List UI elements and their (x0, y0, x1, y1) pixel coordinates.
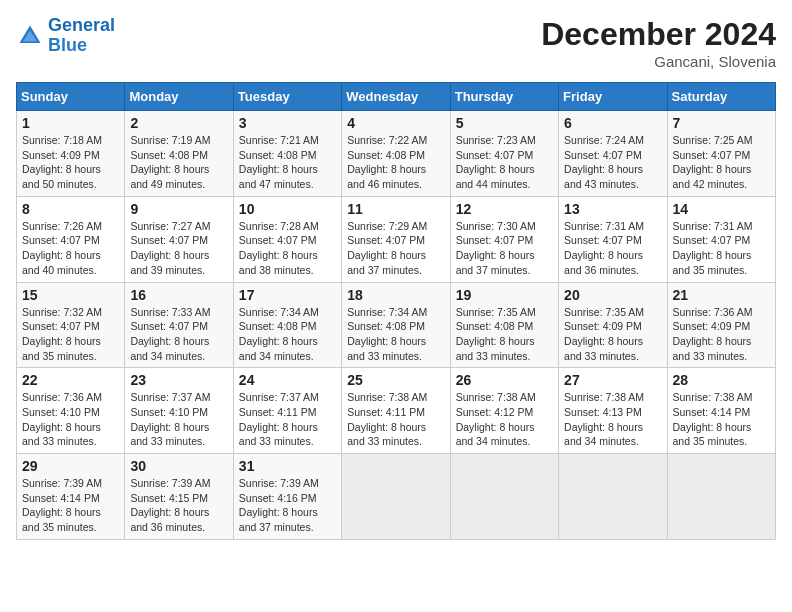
calendar-week-row: 1Sunrise: 7:18 AMSunset: 4:09 PMDaylight… (17, 111, 776, 197)
day-info: Sunrise: 7:21 AMSunset: 4:08 PMDaylight:… (239, 133, 336, 192)
day-number: 7 (673, 115, 770, 131)
day-number: 5 (456, 115, 553, 131)
calendar-day-cell (450, 454, 558, 540)
calendar-day-cell: 27Sunrise: 7:38 AMSunset: 4:13 PMDayligh… (559, 368, 667, 454)
day-number: 3 (239, 115, 336, 131)
weekday-header-cell: Tuesday (233, 83, 341, 111)
calendar-day-cell: 19Sunrise: 7:35 AMSunset: 4:08 PMDayligh… (450, 282, 558, 368)
calendar-day-cell: 25Sunrise: 7:38 AMSunset: 4:11 PMDayligh… (342, 368, 450, 454)
calendar-week-row: 8Sunrise: 7:26 AMSunset: 4:07 PMDaylight… (17, 196, 776, 282)
day-info: Sunrise: 7:34 AMSunset: 4:08 PMDaylight:… (347, 305, 444, 364)
day-number: 23 (130, 372, 227, 388)
day-info: Sunrise: 7:32 AMSunset: 4:07 PMDaylight:… (22, 305, 119, 364)
day-number: 17 (239, 287, 336, 303)
calendar-day-cell: 30Sunrise: 7:39 AMSunset: 4:15 PMDayligh… (125, 454, 233, 540)
weekday-header-cell: Friday (559, 83, 667, 111)
calendar-day-cell (667, 454, 775, 540)
day-number: 21 (673, 287, 770, 303)
day-number: 18 (347, 287, 444, 303)
calendar-day-cell: 8Sunrise: 7:26 AMSunset: 4:07 PMDaylight… (17, 196, 125, 282)
day-number: 9 (130, 201, 227, 217)
calendar-day-cell: 10Sunrise: 7:28 AMSunset: 4:07 PMDayligh… (233, 196, 341, 282)
day-info: Sunrise: 7:23 AMSunset: 4:07 PMDaylight:… (456, 133, 553, 192)
day-info: Sunrise: 7:26 AMSunset: 4:07 PMDaylight:… (22, 219, 119, 278)
day-number: 30 (130, 458, 227, 474)
calendar-week-row: 15Sunrise: 7:32 AMSunset: 4:07 PMDayligh… (17, 282, 776, 368)
page-header: General Blue December 2024 Gancani, Slov… (16, 16, 776, 70)
day-info: Sunrise: 7:37 AMSunset: 4:11 PMDaylight:… (239, 390, 336, 449)
calendar-day-cell: 26Sunrise: 7:38 AMSunset: 4:12 PMDayligh… (450, 368, 558, 454)
calendar-day-cell: 17Sunrise: 7:34 AMSunset: 4:08 PMDayligh… (233, 282, 341, 368)
day-info: Sunrise: 7:31 AMSunset: 4:07 PMDaylight:… (673, 219, 770, 278)
day-number: 12 (456, 201, 553, 217)
day-number: 24 (239, 372, 336, 388)
day-number: 1 (22, 115, 119, 131)
day-info: Sunrise: 7:34 AMSunset: 4:08 PMDaylight:… (239, 305, 336, 364)
day-info: Sunrise: 7:24 AMSunset: 4:07 PMDaylight:… (564, 133, 661, 192)
calendar-day-cell: 21Sunrise: 7:36 AMSunset: 4:09 PMDayligh… (667, 282, 775, 368)
day-info: Sunrise: 7:39 AMSunset: 4:14 PMDaylight:… (22, 476, 119, 535)
day-number: 20 (564, 287, 661, 303)
day-info: Sunrise: 7:25 AMSunset: 4:07 PMDaylight:… (673, 133, 770, 192)
weekday-header-cell: Monday (125, 83, 233, 111)
day-info: Sunrise: 7:19 AMSunset: 4:08 PMDaylight:… (130, 133, 227, 192)
calendar-week-row: 29Sunrise: 7:39 AMSunset: 4:14 PMDayligh… (17, 454, 776, 540)
day-number: 31 (239, 458, 336, 474)
logo: General Blue (16, 16, 115, 56)
day-number: 13 (564, 201, 661, 217)
day-info: Sunrise: 7:35 AMSunset: 4:09 PMDaylight:… (564, 305, 661, 364)
day-number: 26 (456, 372, 553, 388)
calendar-day-cell: 3Sunrise: 7:21 AMSunset: 4:08 PMDaylight… (233, 111, 341, 197)
calendar-body: 1Sunrise: 7:18 AMSunset: 4:09 PMDaylight… (17, 111, 776, 540)
day-number: 11 (347, 201, 444, 217)
day-info: Sunrise: 7:29 AMSunset: 4:07 PMDaylight:… (347, 219, 444, 278)
day-info: Sunrise: 7:36 AMSunset: 4:10 PMDaylight:… (22, 390, 119, 449)
calendar-day-cell: 20Sunrise: 7:35 AMSunset: 4:09 PMDayligh… (559, 282, 667, 368)
day-info: Sunrise: 7:38 AMSunset: 4:13 PMDaylight:… (564, 390, 661, 449)
calendar-week-row: 22Sunrise: 7:36 AMSunset: 4:10 PMDayligh… (17, 368, 776, 454)
calendar-day-cell: 7Sunrise: 7:25 AMSunset: 4:07 PMDaylight… (667, 111, 775, 197)
weekday-header-cell: Wednesday (342, 83, 450, 111)
calendar-day-cell (559, 454, 667, 540)
day-info: Sunrise: 7:35 AMSunset: 4:08 PMDaylight:… (456, 305, 553, 364)
day-info: Sunrise: 7:28 AMSunset: 4:07 PMDaylight:… (239, 219, 336, 278)
calendar-day-cell: 14Sunrise: 7:31 AMSunset: 4:07 PMDayligh… (667, 196, 775, 282)
calendar-day-cell: 11Sunrise: 7:29 AMSunset: 4:07 PMDayligh… (342, 196, 450, 282)
calendar-day-cell: 16Sunrise: 7:33 AMSunset: 4:07 PMDayligh… (125, 282, 233, 368)
weekday-header-cell: Thursday (450, 83, 558, 111)
month-title: December 2024 (541, 16, 776, 53)
day-number: 25 (347, 372, 444, 388)
day-number: 27 (564, 372, 661, 388)
day-info: Sunrise: 7:39 AMSunset: 4:16 PMDaylight:… (239, 476, 336, 535)
day-number: 6 (564, 115, 661, 131)
calendar-day-cell: 29Sunrise: 7:39 AMSunset: 4:14 PMDayligh… (17, 454, 125, 540)
calendar-day-cell: 1Sunrise: 7:18 AMSunset: 4:09 PMDaylight… (17, 111, 125, 197)
calendar-day-cell: 2Sunrise: 7:19 AMSunset: 4:08 PMDaylight… (125, 111, 233, 197)
day-info: Sunrise: 7:37 AMSunset: 4:10 PMDaylight:… (130, 390, 227, 449)
day-number: 15 (22, 287, 119, 303)
weekday-header-cell: Saturday (667, 83, 775, 111)
day-number: 10 (239, 201, 336, 217)
calendar-day-cell: 6Sunrise: 7:24 AMSunset: 4:07 PMDaylight… (559, 111, 667, 197)
day-info: Sunrise: 7:33 AMSunset: 4:07 PMDaylight:… (130, 305, 227, 364)
calendar-day-cell: 5Sunrise: 7:23 AMSunset: 4:07 PMDaylight… (450, 111, 558, 197)
day-info: Sunrise: 7:30 AMSunset: 4:07 PMDaylight:… (456, 219, 553, 278)
calendar-day-cell: 15Sunrise: 7:32 AMSunset: 4:07 PMDayligh… (17, 282, 125, 368)
day-info: Sunrise: 7:39 AMSunset: 4:15 PMDaylight:… (130, 476, 227, 535)
logo-icon (16, 22, 44, 50)
day-number: 16 (130, 287, 227, 303)
day-number: 8 (22, 201, 119, 217)
day-number: 28 (673, 372, 770, 388)
calendar-day-cell: 12Sunrise: 7:30 AMSunset: 4:07 PMDayligh… (450, 196, 558, 282)
location: Gancani, Slovenia (541, 53, 776, 70)
day-number: 22 (22, 372, 119, 388)
calendar-day-cell: 24Sunrise: 7:37 AMSunset: 4:11 PMDayligh… (233, 368, 341, 454)
day-number: 14 (673, 201, 770, 217)
day-number: 4 (347, 115, 444, 131)
day-number: 19 (456, 287, 553, 303)
day-info: Sunrise: 7:38 AMSunset: 4:12 PMDaylight:… (456, 390, 553, 449)
calendar-table: SundayMondayTuesdayWednesdayThursdayFrid… (16, 82, 776, 540)
calendar-day-cell (342, 454, 450, 540)
day-info: Sunrise: 7:22 AMSunset: 4:08 PMDaylight:… (347, 133, 444, 192)
day-info: Sunrise: 7:31 AMSunset: 4:07 PMDaylight:… (564, 219, 661, 278)
